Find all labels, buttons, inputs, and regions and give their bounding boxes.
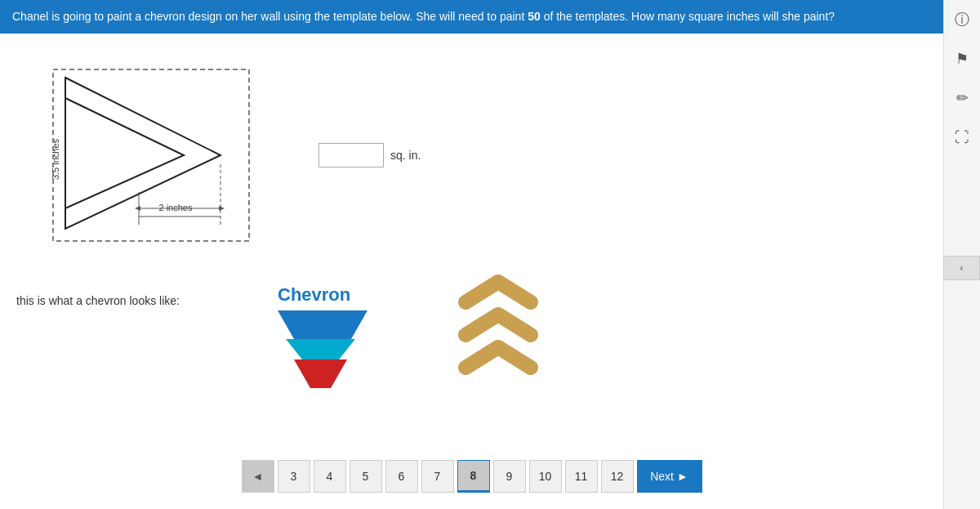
svg-marker-11 xyxy=(294,359,347,388)
unit-label: sq. in. xyxy=(390,149,421,162)
page-9-button[interactable]: 9 xyxy=(493,460,526,493)
page-10-button[interactable]: 10 xyxy=(529,460,562,493)
chevron-info-text: this is what a chevron looks like: xyxy=(16,294,180,307)
chevron-symbol-area xyxy=(457,270,539,404)
answer-input[interactable] xyxy=(318,143,384,167)
page-12-button[interactable]: 12 xyxy=(601,460,634,493)
chevron-logo-text: Chevron xyxy=(278,284,350,305)
main-content: Chanel is going to paint a chevron desig… xyxy=(0,0,943,509)
svg-marker-10 xyxy=(286,339,355,359)
question-text: Chanel is going to paint a chevron desig… xyxy=(0,0,943,33)
chevron-logo-area: Chevron xyxy=(270,278,376,404)
chevron-symbol-svg xyxy=(457,270,539,400)
prev-page-button[interactable]: ◄ xyxy=(242,460,274,493)
question-text-after: of the templates. How many square inches… xyxy=(541,10,835,23)
page-6-button[interactable]: 6 xyxy=(385,460,418,493)
question-text-before: Chanel is going to paint a chevron desig… xyxy=(12,10,528,23)
expand-icon[interactable]: ⛶ xyxy=(951,126,973,149)
diagram-area: 3.5 inches 2 inches xyxy=(49,65,261,248)
pagination: ◄ 3 4 5 6 7 8 9 10 11 12 Next ► xyxy=(242,460,702,493)
answer-area: sq. in. xyxy=(318,143,421,167)
svg-marker-8 xyxy=(135,206,140,211)
svg-marker-9 xyxy=(278,310,368,339)
svg-marker-2 xyxy=(65,98,184,208)
page-4-button[interactable]: 4 xyxy=(314,460,346,493)
edit-icon[interactable]: ✏ xyxy=(951,87,973,109)
flag-icon[interactable]: ⚑ xyxy=(951,47,973,70)
right-sidebar: ⓘ ⚑ ✏ ⛶ ‹ xyxy=(943,0,980,509)
height-label: 3.5 inches xyxy=(51,138,60,180)
next-button[interactable]: Next ► xyxy=(637,460,702,493)
page-8-button[interactable]: 8 xyxy=(457,460,490,493)
width-label: 2 inches xyxy=(159,203,193,212)
chevron-logo-svg: Chevron xyxy=(270,278,376,400)
chevron-info-label: this is what a chevron looks like: xyxy=(16,294,180,307)
page-5-button[interactable]: 5 xyxy=(350,460,382,493)
chevron-shape-svg: 3.5 inches 2 inches xyxy=(49,65,261,245)
page-3-button[interactable]: 3 xyxy=(278,460,310,493)
page-11-button[interactable]: 11 xyxy=(565,460,598,493)
collapse-sidebar-button[interactable]: ‹ xyxy=(943,256,980,280)
accessibility-icon[interactable]: ⓘ xyxy=(951,8,973,31)
page-7-button[interactable]: 7 xyxy=(421,460,454,493)
question-bold-number: 50 xyxy=(528,10,541,23)
svg-marker-7 xyxy=(219,206,225,211)
